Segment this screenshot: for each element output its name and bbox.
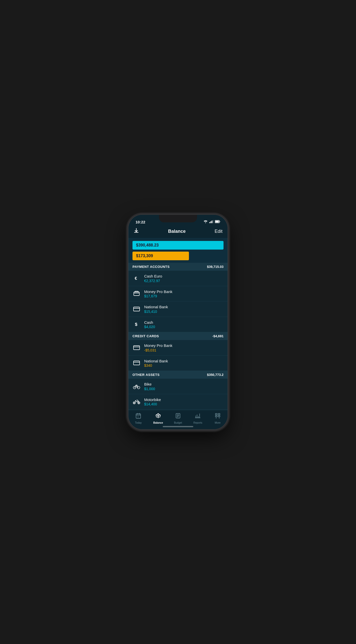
account-motorbike[interactable]: Motorbike $14,400 xyxy=(128,394,228,410)
bike-balance: $1,000 xyxy=(144,387,224,391)
bike-info: Bike $1,000 xyxy=(144,382,224,391)
download-button[interactable] xyxy=(134,228,139,235)
account-money-pro-credit[interactable]: Money Pro Bank -$5,031 xyxy=(128,340,228,356)
phone-screen: 10:22 xyxy=(128,215,228,429)
svg-rect-6 xyxy=(215,221,219,222)
account-cash-euro[interactable]: € Cash Euro €2,372.97 xyxy=(128,271,228,286)
money-pro-credit-info: Money Pro Bank -$5,031 xyxy=(144,343,224,352)
reports-label: Reports xyxy=(193,421,202,424)
svg-point-0 xyxy=(205,222,206,223)
wifi-icon xyxy=(203,220,208,224)
balance-nav-icon xyxy=(155,413,161,420)
today-label: Today xyxy=(135,421,142,424)
phone-frame: 10:22 xyxy=(128,215,228,429)
header: Balance Edit xyxy=(128,226,228,238)
wallet-icon xyxy=(132,289,141,298)
svg-point-22 xyxy=(134,402,135,403)
svg-rect-10 xyxy=(134,307,140,311)
edit-button[interactable]: Edit xyxy=(215,229,222,234)
cash-euro-name: Cash Euro xyxy=(144,274,224,279)
national-bank-credit-info: National Bank $340 xyxy=(144,359,224,368)
home-indicator xyxy=(163,426,193,427)
money-pro-bank-payment-name: Money Pro Bank xyxy=(144,289,224,294)
svg-rect-15 xyxy=(134,361,140,365)
account-bike[interactable]: Bike $1,000 xyxy=(128,379,228,394)
svg-point-21 xyxy=(138,402,139,403)
primary-balance-value: $390,488.23 xyxy=(136,243,159,247)
credit-cards-title: CREDIT CARDS xyxy=(132,334,159,338)
national-bank-payment-info: National Bank $15,410 xyxy=(144,304,224,314)
page-title: Balance xyxy=(168,229,186,234)
payment-accounts-header: PAYMENT ACCOUNTS $39,715.03 xyxy=(128,263,228,271)
battery-icon xyxy=(215,220,220,224)
status-time: 10:22 xyxy=(136,220,145,224)
svg-rect-1 xyxy=(209,222,210,223)
status-icons xyxy=(203,220,220,224)
svg-point-20 xyxy=(138,402,140,404)
svg-rect-50 xyxy=(218,413,220,415)
svg-rect-3 xyxy=(212,221,212,223)
motorbike-info: Motorbike $14,400 xyxy=(144,397,224,406)
account-money-pro-bank-payment[interactable]: Money Pro Bank $17,679 xyxy=(128,286,228,302)
motorbike-balance: $14,400 xyxy=(144,402,224,406)
other-assets-title: OTHER ASSETS xyxy=(132,373,160,377)
budget-icon xyxy=(175,413,181,420)
cash-info: Cash $4,020 xyxy=(144,320,224,329)
credit-cards-total: -$4,691 xyxy=(212,334,224,338)
svg-rect-49 xyxy=(215,416,217,417)
payment-accounts-total: $39,715.03 xyxy=(207,265,224,269)
nav-reports[interactable]: Reports xyxy=(188,413,208,424)
money-pro-credit-name: Money Pro Bank xyxy=(144,343,224,348)
money-pro-bank-payment-info: Money Pro Bank $17,679 xyxy=(144,289,224,298)
national-bank-payment-balance: $15,410 xyxy=(144,310,224,314)
cash-euro-balance: €2,372.97 xyxy=(144,279,224,283)
svg-rect-7 xyxy=(220,221,220,222)
secondary-balance-bar[interactable]: $173,309 xyxy=(132,252,189,260)
more-icon xyxy=(215,413,221,420)
card-national-payment-icon xyxy=(132,305,141,313)
euro-icon: € xyxy=(132,274,141,282)
motorbike-icon xyxy=(132,397,141,406)
national-bank-credit-balance: $340 xyxy=(144,363,224,367)
svg-rect-13 xyxy=(134,346,140,350)
motorbike-name: Motorbike xyxy=(144,397,224,402)
svg-rect-51 xyxy=(218,416,220,417)
primary-balance-bar[interactable]: $390,488.23 xyxy=(132,241,224,250)
budget-label: Budget xyxy=(174,421,182,424)
national-bank-payment-name: National Bank xyxy=(144,304,224,310)
other-assets-total: $350,773.2 xyxy=(207,373,224,377)
account-national-bank-payment[interactable]: National Bank $15,410 xyxy=(128,301,228,317)
money-pro-credit-balance: -$5,031 xyxy=(144,348,224,352)
svg-point-19 xyxy=(133,402,136,404)
notch xyxy=(159,215,197,222)
cash-euro-info: Cash Euro €2,372.97 xyxy=(144,274,224,283)
balance-bars: $390,488.23 $173,309 xyxy=(128,238,228,263)
svg-rect-9 xyxy=(134,292,139,296)
svg-text:1: 1 xyxy=(138,416,139,418)
nav-more[interactable]: More xyxy=(208,413,228,424)
account-cash[interactable]: $ Cash $4,020 xyxy=(128,317,228,332)
other-assets-header: OTHER ASSETS $350,773.2 xyxy=(128,371,228,379)
nav-budget[interactable]: Budget xyxy=(168,413,188,424)
nav-today[interactable]: 1 Today xyxy=(128,413,148,424)
account-national-bank-credit[interactable]: National Bank $340 xyxy=(128,356,228,371)
bike-icon xyxy=(132,382,141,390)
credit-cards-header: CREDIT CARDS -$4,691 xyxy=(128,332,228,340)
money-pro-bank-payment-balance: $17,679 xyxy=(144,294,224,298)
nav-balance[interactable]: Balance xyxy=(148,413,168,424)
svg-rect-48 xyxy=(215,413,217,415)
secondary-balance-value: $173,309 xyxy=(136,254,153,258)
today-icon: 1 xyxy=(135,413,141,420)
balance-nav-label: Balance xyxy=(153,421,163,424)
card-national-credit-icon xyxy=(132,359,141,367)
cash-balance: $4,020 xyxy=(144,325,224,329)
card-money-pro-icon xyxy=(132,344,141,352)
accounts-list: PAYMENT ACCOUNTS $39,715.03 € Cash Euro … xyxy=(128,263,228,410)
bike-name: Bike xyxy=(144,382,224,387)
svg-text:$: $ xyxy=(135,322,138,327)
svg-text:€: € xyxy=(135,276,137,280)
svg-rect-4 xyxy=(213,220,214,223)
cash-name: Cash xyxy=(144,320,224,325)
reports-icon xyxy=(195,413,201,420)
signal-icon xyxy=(209,220,213,224)
